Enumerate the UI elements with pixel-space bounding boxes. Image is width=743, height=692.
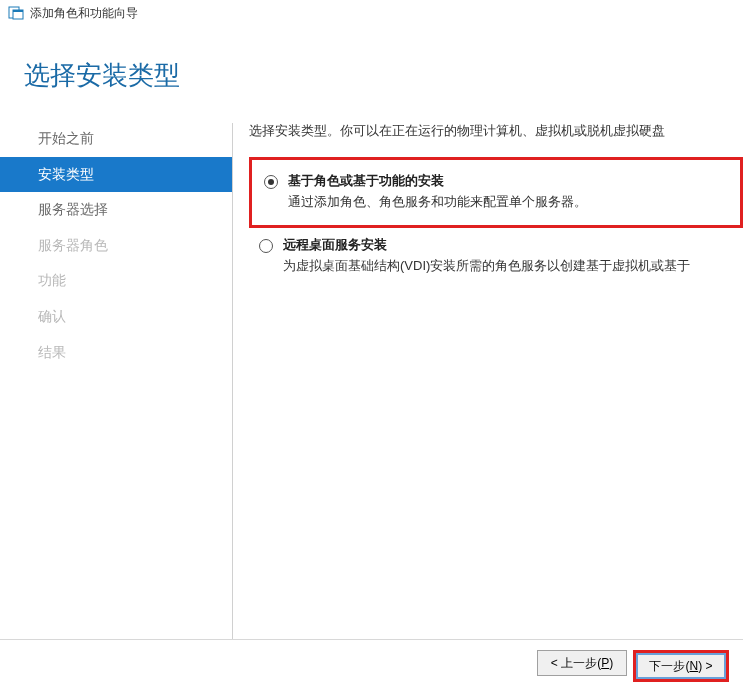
option-role-based[interactable]: 基于角色或基于功能的安装 通过添加角色、角色服务和功能来配置单个服务器。 <box>260 170 732 214</box>
window-title: 添加角色和功能向导 <box>30 5 138 22</box>
sidebar: 开始之前 安装类型 服务器选择 服务器角色 功能 确认 结果 <box>0 117 232 637</box>
option-desc: 为虚拟桌面基础结构(VDI)安装所需的角色服务以创建基于虚拟机或基于 <box>283 256 733 276</box>
next-button[interactable]: 下一步(N) > <box>636 653 726 679</box>
option-title: 远程桌面服务安装 <box>283 236 733 254</box>
prev-hotkey: P <box>601 656 609 670</box>
sidebar-item-confirm: 确认 <box>0 299 232 335</box>
next-button-highlight: 下一步(N) > <box>633 650 729 682</box>
next-hotkey: N <box>689 659 698 673</box>
option-desc: 通过添加角色、角色服务和功能来配置单个服务器。 <box>288 192 728 212</box>
prev-label-prefix: < 上一步( <box>551 655 601 672</box>
instruction-text: 选择安装类型。你可以在正在运行的物理计算机、虚拟机或脱机虚拟硬盘 <box>249 121 743 141</box>
page-title: 选择安装类型 <box>0 26 743 117</box>
sidebar-item-results: 结果 <box>0 335 232 371</box>
svg-rect-2 <box>13 10 23 12</box>
next-label-suffix: ) > <box>698 659 712 673</box>
prev-button[interactable]: < 上一步(P) <box>537 650 627 676</box>
sidebar-item-install-type[interactable]: 安装类型 <box>0 157 232 193</box>
option-title: 基于角色或基于功能的安装 <box>288 172 728 190</box>
radio-role-based[interactable] <box>264 175 278 189</box>
prev-label-suffix: ) <box>609 656 613 670</box>
highlighted-option-box: 基于角色或基于功能的安装 通过添加角色、角色服务和功能来配置单个服务器。 <box>249 157 743 229</box>
wizard-icon <box>8 5 24 21</box>
main-area: 开始之前 安装类型 服务器选择 服务器角色 功能 确认 结果 选择安装类型。你可… <box>0 117 743 637</box>
sidebar-item-before-start[interactable]: 开始之前 <box>0 121 232 157</box>
option-text: 远程桌面服务安装 为虚拟桌面基础结构(VDI)安装所需的角色服务以创建基于虚拟机… <box>283 236 733 276</box>
radio-remote-desktop[interactable] <box>259 239 273 253</box>
titlebar: 添加角色和功能向导 <box>0 0 743 26</box>
option-text: 基于角色或基于功能的安装 通过添加角色、角色服务和功能来配置单个服务器。 <box>288 172 728 212</box>
sidebar-item-server-select[interactable]: 服务器选择 <box>0 192 232 228</box>
content-panel: 选择安装类型。你可以在正在运行的物理计算机、虚拟机或脱机虚拟硬盘 基于角色或基于… <box>233 117 743 637</box>
sidebar-item-server-role: 服务器角色 <box>0 228 232 264</box>
footer: < 上一步(P) 下一步(N) > <box>0 639 743 692</box>
next-label-prefix: 下一步( <box>649 658 689 675</box>
option-remote-desktop[interactable]: 远程桌面服务安装 为虚拟桌面基础结构(VDI)安装所需的角色服务以创建基于虚拟机… <box>249 234 743 278</box>
sidebar-item-features: 功能 <box>0 263 232 299</box>
